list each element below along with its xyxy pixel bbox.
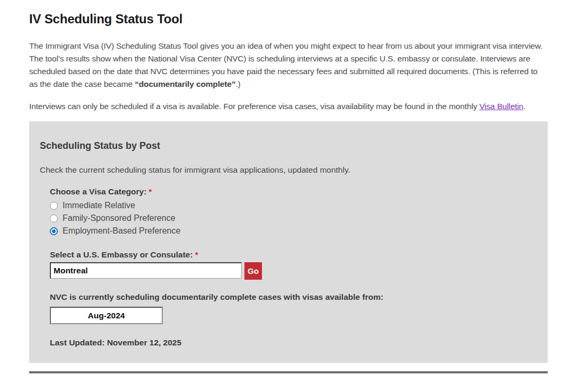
required-asterisk: *	[148, 187, 152, 196]
last-updated-text: Last Updated: November 12, 2025	[50, 337, 537, 348]
scheduling-date-value: Aug-2024	[50, 307, 163, 324]
radio-option-family-sponsored-preference[interactable]: Family-Sponsored Preference	[50, 212, 537, 225]
availability-paragraph: Interviews can only be scheduled if a vi…	[29, 100, 548, 113]
required-asterisk: *	[195, 250, 198, 259]
intro-bold-phrase: “documentarily complete”	[135, 79, 235, 88]
radio-option-immediate-relative[interactable]: Immediate Relative	[50, 199, 537, 212]
scheduling-status-panel: Scheduling Status by Post Check the curr…	[29, 121, 548, 363]
radio-button-icon[interactable]	[50, 215, 58, 222]
go-button[interactable]: Go	[244, 262, 262, 280]
radio-button-icon[interactable]	[50, 202, 58, 210]
availability-text: Interviews can only be scheduled if a vi…	[29, 102, 479, 111]
radio-option-label: Employment-Based Preference	[63, 226, 180, 236]
availability-text-end: .	[523, 102, 525, 111]
section-divider	[29, 371, 548, 373]
embassy-input-row: Go	[50, 262, 537, 280]
nvc-status-label: NVC is currently scheduling documentaril…	[50, 291, 442, 302]
embassy-input[interactable]	[50, 262, 242, 279]
panel-heading: Scheduling Status by Post	[40, 140, 537, 152]
page-content: IV Scheduling Status Tool The Immigrant …	[29, 12, 548, 373]
radio-option-employment-based-preference[interactable]: Employment-Based Preference	[50, 225, 537, 237]
scheduling-form: Choose a Visa Category:* Immediate Relat…	[50, 186, 537, 348]
embassy-select-label: Select a U.S. Embassy or Consulate:*	[50, 249, 537, 260]
visa-category-radio-group: Immediate Relative Family-Sponsored Pref…	[50, 199, 537, 237]
visa-bulletin-link[interactable]: Visa Bulletin	[479, 102, 523, 111]
intro-paragraph: The Immigrant Visa (IV) Scheduling Statu…	[29, 40, 548, 91]
panel-description: Check the current scheduling status for …	[40, 164, 537, 175]
radio-button-selected-icon[interactable]	[50, 227, 58, 235]
page-title: IV Scheduling Status Tool	[29, 12, 548, 26]
intro-text-end: .)	[235, 79, 240, 88]
intro-text: The Immigrant Visa (IV) Scheduling Statu…	[29, 41, 542, 88]
radio-option-label: Family-Sponsored Preference	[63, 213, 176, 223]
radio-option-label: Immediate Relative	[63, 201, 135, 210]
visa-category-label: Choose a Visa Category:*	[50, 186, 537, 197]
